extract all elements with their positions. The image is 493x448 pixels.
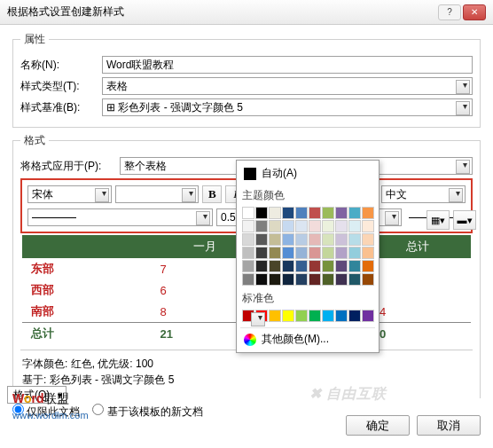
theme-color-swatch[interactable] <box>295 247 308 259</box>
theme-color-swatch[interactable] <box>335 207 348 219</box>
theme-color-swatch[interactable] <box>348 233 361 246</box>
style-description: 字体颜色: 红色, 优先级: 100 基于: 彩色列表 - 强调文字颜色 5 <box>22 356 471 388</box>
font-family-select[interactable]: 宋体 <box>27 185 112 203</box>
dialog-buttons: 确定 取消 <box>346 415 481 436</box>
theme-colors-header: 主题颜色 <box>242 188 373 203</box>
theme-color-swatch[interactable] <box>335 247 348 259</box>
standard-color-swatch[interactable] <box>255 310 268 322</box>
theme-color-grid <box>240 207 375 289</box>
language-select[interactable]: 中文 <box>381 185 466 203</box>
standard-color-swatch[interactable] <box>322 310 334 322</box>
watermark-right: ✖ 自由互联 <box>309 385 387 404</box>
theme-color-swatch[interactable] <box>269 207 281 219</box>
font-size-select[interactable] <box>115 185 200 203</box>
close-button[interactable]: ✕ <box>463 4 486 20</box>
theme-color-swatch[interactable] <box>269 220 281 232</box>
standard-color-row <box>240 310 375 326</box>
theme-color-swatch[interactable] <box>309 273 321 286</box>
line-style-select[interactable] <box>27 208 213 226</box>
standard-color-swatch[interactable] <box>269 310 281 322</box>
theme-color-swatch[interactable] <box>295 273 308 286</box>
name-label: 名称(N): <box>20 58 102 73</box>
name-input[interactable] <box>102 56 473 74</box>
theme-color-swatch[interactable] <box>282 220 294 232</box>
style-type-label: 样式类型(T): <box>20 79 102 94</box>
theme-color-swatch[interactable] <box>335 273 348 286</box>
theme-color-swatch[interactable] <box>269 233 281 246</box>
theme-color-swatch[interactable] <box>269 247 281 259</box>
theme-color-swatch[interactable] <box>255 233 268 246</box>
title-bar: 根据格式设置创建新样式 ? ✕ <box>0 0 493 25</box>
theme-color-swatch[interactable] <box>255 260 268 272</box>
theme-color-swatch[interactable] <box>242 233 254 246</box>
theme-color-swatch[interactable] <box>242 260 254 272</box>
theme-color-swatch[interactable] <box>335 220 348 232</box>
theme-color-swatch[interactable] <box>362 207 374 219</box>
theme-color-swatch[interactable] <box>348 247 361 259</box>
theme-color-swatch[interactable] <box>348 207 361 219</box>
theme-color-swatch[interactable] <box>362 233 374 246</box>
auto-color-row[interactable]: 自动(A) <box>240 164 375 186</box>
theme-color-swatch[interactable] <box>309 220 321 232</box>
style-base-select[interactable]: ⊞ 彩色列表 - 强调文字颜色 5 <box>102 98 473 116</box>
standard-color-swatch[interactable] <box>362 310 374 322</box>
theme-color-swatch[interactable] <box>295 260 308 272</box>
standard-colors-header: 标准色 <box>242 291 373 306</box>
ok-button[interactable]: 确定 <box>346 415 410 436</box>
theme-color-swatch[interactable] <box>242 220 254 232</box>
theme-color-swatch[interactable] <box>269 260 281 272</box>
fill-button[interactable]: ▬▾ <box>453 210 476 230</box>
theme-color-swatch[interactable] <box>362 273 374 286</box>
theme-color-swatch[interactable] <box>282 260 294 272</box>
border-button[interactable]: ▦▾ <box>426 210 450 230</box>
theme-color-swatch[interactable] <box>322 273 334 286</box>
theme-color-swatch[interactable] <box>335 233 348 246</box>
other-colors-row[interactable]: 其他颜色(M)... <box>240 327 375 349</box>
theme-color-swatch[interactable] <box>322 233 334 246</box>
theme-color-swatch[interactable] <box>309 207 321 219</box>
standard-color-swatch[interactable] <box>335 310 348 322</box>
standard-color-swatch[interactable] <box>309 310 321 322</box>
theme-color-swatch[interactable] <box>362 220 374 232</box>
standard-color-swatch[interactable] <box>295 310 308 322</box>
theme-color-swatch[interactable] <box>282 247 294 259</box>
theme-color-swatch[interactable] <box>295 207 308 219</box>
theme-color-swatch[interactable] <box>255 273 268 286</box>
theme-color-swatch[interactable] <box>309 233 321 246</box>
radio-template[interactable]: 基于该模板的新文档 <box>92 404 202 420</box>
theme-color-swatch[interactable] <box>348 260 361 272</box>
theme-color-swatch[interactable] <box>255 247 268 259</box>
theme-color-swatch[interactable] <box>309 247 321 259</box>
theme-color-swatch[interactable] <box>295 220 308 232</box>
help-button[interactable]: ? <box>438 4 461 20</box>
theme-color-swatch[interactable] <box>295 233 308 246</box>
standard-color-swatch[interactable] <box>348 310 361 322</box>
theme-color-swatch[interactable] <box>282 207 294 219</box>
theme-color-swatch[interactable] <box>362 260 374 272</box>
theme-color-swatch[interactable] <box>242 207 254 219</box>
theme-color-swatch[interactable] <box>322 220 334 232</box>
theme-color-swatch[interactable] <box>255 207 268 219</box>
cancel-button[interactable]: 取消 <box>417 415 481 436</box>
color-wheel-icon <box>244 334 256 346</box>
theme-color-swatch[interactable] <box>282 273 294 286</box>
theme-color-swatch[interactable] <box>322 207 334 219</box>
style-type-select[interactable]: 表格 <box>102 77 473 95</box>
properties-group: 属性 名称(N): 样式类型(T): 表格 样式基准(B): ⊞ 彩色列表 - … <box>12 32 481 128</box>
theme-color-swatch[interactable] <box>269 273 281 286</box>
theme-color-swatch[interactable] <box>242 273 254 286</box>
theme-color-swatch[interactable] <box>322 260 334 272</box>
properties-legend: 属性 <box>20 32 49 47</box>
theme-color-swatch[interactable] <box>322 247 334 259</box>
theme-color-swatch[interactable] <box>309 260 321 272</box>
standard-color-swatch[interactable] <box>282 310 294 322</box>
theme-color-swatch[interactable] <box>242 247 254 259</box>
bold-button[interactable]: B <box>202 185 222 203</box>
theme-color-swatch[interactable] <box>348 273 361 286</box>
theme-color-swatch[interactable] <box>335 260 348 272</box>
theme-color-swatch[interactable] <box>282 233 294 246</box>
theme-color-swatch[interactable] <box>255 220 268 232</box>
color-picker-popup: 自动(A) 主题颜色 标准色 其他颜色(M)... <box>236 160 380 353</box>
theme-color-swatch[interactable] <box>362 247 374 259</box>
theme-color-swatch[interactable] <box>348 220 361 232</box>
